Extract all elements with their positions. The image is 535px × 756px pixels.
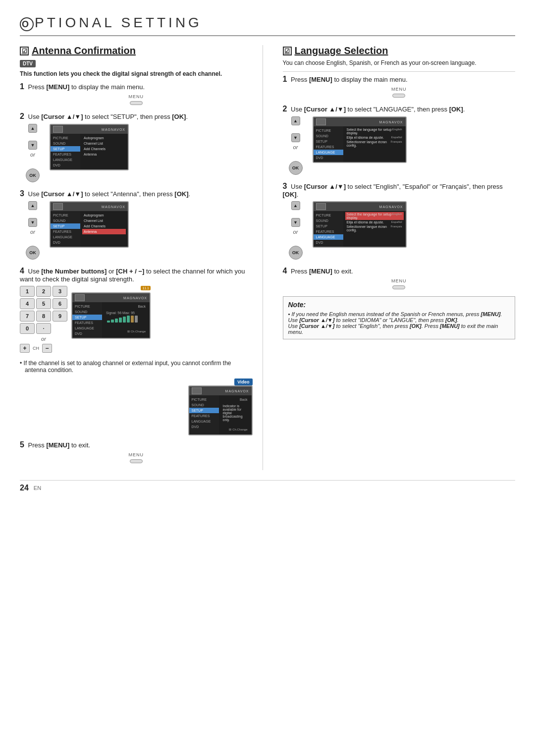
lang-nav-cross-2: ▲ ▼ [283,116,309,142]
tv-item-dvd-2: DVD [51,162,80,168]
tv-item-sound-v: SOUND [189,402,219,408]
lang-nav-down-3: ▼ [291,218,300,227]
or-text-2: or [30,152,35,158]
lang-step-4: 4 Press [MENU] to exit. MENU [283,267,516,289]
plus-minus: + [20,344,30,353]
tv-item-picture-v: PICTURE [189,397,219,402]
lang-ok-btn-3: OK [289,246,303,260]
tv-screen-2: MAGNAVOX PICTURE SOUND SETUP FEATURES LA… [50,124,129,170]
step5-num: 5 [20,440,24,449]
tv-item-sound-3: SOUND [51,218,80,223]
video-tv-group: Video MAGNAVOX PICTURE SOUND SETUP FEATU… [188,378,253,435]
lang-menu-button-1 [392,94,405,98]
minus-btn: − [42,344,52,353]
lang-step2-row: ▲ ▼ or OK MAGNAVOX PICTURE SO [283,116,516,175]
step1-content: MENU [20,94,253,105]
lang-tv-menu-2: PICTURE SOUND SETUP FEATURES LANGUAGE DV… [314,126,406,162]
lang-tv-item-language-2: LANGUAGE [314,150,343,155]
antenna-checkbox-icon: ☑ [20,47,29,55]
tv-item-picture-4: PICTURE [72,304,102,309]
tv-item-sound-2: SOUND [51,141,80,146]
tv-menu-left-4: PICTURE SOUND SETUP FEATURES LANGUAGE DV… [72,302,102,338]
lang-step3-num: 3 [283,182,287,190]
magnavox-logo-2: MAGNAVOX [102,128,125,131]
tv-topbar-video: MAGNAVOX [189,386,252,395]
video-badge: Video [234,378,252,385]
magnavox-logo-4: MAGNAVOX [123,296,147,300]
lang-tv-item-sound-3: SOUND [314,218,343,223]
lang-nav-up-3: ▲ [291,201,300,210]
antenna-title: ☑ Antenna Confirmation [20,45,253,56]
ok-btn-2: OK [26,168,40,182]
ch-change-label: ⊞ Ch.Change [104,325,148,335]
language-title: ☑ Language Selection [283,45,516,56]
tv-opt-autoprogram-2: Autoprogram [82,135,126,141]
numpad-6: 6 [53,298,67,309]
lang-opt-english-2: Select the language for setup display. E… [345,127,404,135]
note-text: • If you need the English menus instead … [288,311,510,335]
tv-item-setup-v: SETUP [189,408,219,413]
nav-cross-3: ▲ ▼ [20,201,46,227]
step1-num: 1 [20,82,24,91]
tv-item-language-3: LANGUAGE [51,234,80,240]
tv-menu-left-2: PICTURE SOUND SETUP FEATURES LANGUAGE DV… [51,134,80,169]
lang-opt-english-3-active: Select the language for setup display. E… [345,212,404,220]
signal-bar-6 [127,316,130,323]
tv-item-features-4: FEATURES [72,320,102,325]
numpad-3: 3 [53,286,67,297]
lang-step2-text: Use [Cursor ▲/▼] to select "LANGUAGE", t… [291,106,465,113]
lang-tv-lang-right-2: Select the language for setup display. E… [343,126,406,162]
lang-step3-row: ▲ ▼ or OK MAGNAVOX PICTURE SO [283,201,516,260]
tv-screen-4: MAGNAVOX PICTURE SOUND SETUP FEATURES LA… [71,292,151,339]
video-section: Video MAGNAVOX PICTURE SOUND SETUP FEATU… [20,378,253,435]
tv-menu-left-video: PICTURE SOUND SETUP FEATURES LANGUAGE DV… [189,395,219,434]
signal-bar-2 [111,320,114,323]
tv-menu-3: PICTURE SOUND SETUP FEATURES LANGUAGE DV… [51,211,128,247]
lang-val-es-2: Español [391,136,402,139]
numpad-4: 4 [20,298,35,309]
lang-val-en-3: English [392,213,402,219]
lang-step3-text: Use [Cursor ▲/▼] to select "English", "E… [283,183,503,198]
tv-item-features-2: FEATURES [51,152,80,157]
lang-step4-text: Press [MENU] to exit. [291,268,353,275]
ch-label: CH [33,346,39,351]
tv-topbar-left-2 [53,126,63,133]
nav-up-3: ▲ [28,201,37,210]
lang-opt-espanol-3: Elija el idioma de ajuste. Español [345,220,404,224]
antenna-step-2: 2 Use [Cursor ▲/▼] to select "SETUP", th… [20,112,253,182]
lang-tv-item-dvd-3: DVD [314,240,343,245]
tv-item-language-v: LANGUAGE [189,419,219,424]
step3-remote: ▲ ▼ or OK [20,201,46,260]
tv-item-dvd-3: DVD [51,240,80,245]
video-note: Indicator is available for digital broad… [221,402,250,424]
signal-bar-8 [135,316,138,323]
lang-tv-screen-2: MAGNAVOX PICTURE SOUND SETUP FEATURES LA… [313,116,407,163]
title-text: PTIONAL SETTING [35,15,202,30]
step3-text: Use [Cursor ▲/▼] to select "Antenna", th… [28,190,191,198]
signal-bar-3 [115,319,118,323]
lang-step4-num: 4 [283,267,287,275]
lang-tv-topbar-left-3 [316,203,326,210]
tv-item-language-4: LANGUAGE [72,325,102,331]
lang-tv-item-features-2: FEATURES [314,144,343,150]
step4-num: 4 [20,267,24,275]
signal-display: Signal: 56 Max: 95 [104,309,148,325]
lang-val-fr-2: Français [390,140,402,147]
lang-ok-btn-2: OK [289,161,303,175]
menu-label-1: MENU [129,94,144,99]
tv-item-features-3: FEATURES [51,229,80,234]
lang-tv-topbar-3: MAGNAVOX [314,202,406,211]
lang-step1-text: Press [MENU] to display the main menu. [291,76,408,83]
tv-topbar-2: MAGNAVOX [51,125,128,134]
lang-magnavox-logo-3: MAGNAVOX [379,205,403,209]
signal-bars [106,315,146,324]
tv-item-picture-3: PICTURE [51,213,80,218]
note-box: Note: • If you need the English menus in… [283,296,516,339]
lang-step2-remote: ▲ ▼ or OK [283,116,309,175]
lang-or-text-3: or [293,229,298,235]
lang-val-es-3: Español [391,220,402,224]
antenna-step-5: 5 Press [MENU] to exit. MENU [20,440,253,463]
lang-tv-item-features-3: FEATURES [314,229,343,234]
tv-opt-channellist-2: Channel List [82,141,126,146]
tv-screen-video: MAGNAVOX PICTURE SOUND SETUP FEATURES LA… [188,385,253,435]
